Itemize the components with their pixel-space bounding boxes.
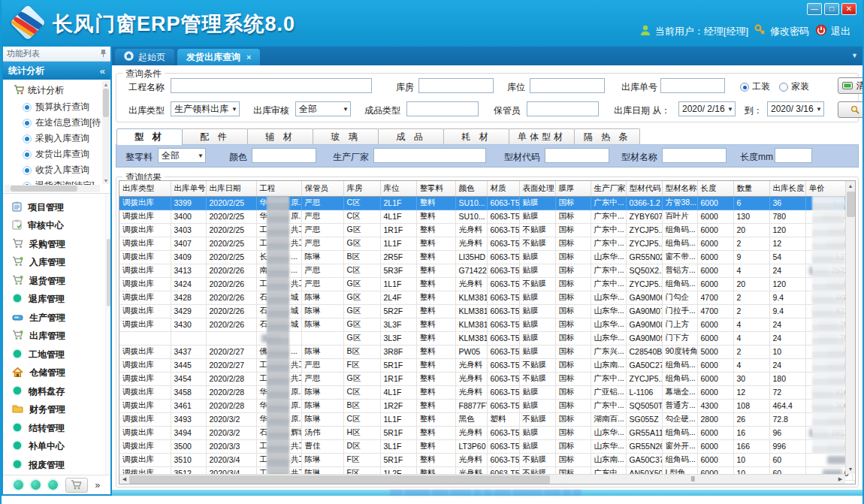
sidebar-item-报废管理[interactable]: 报废管理 — [3, 456, 110, 475]
length-input[interactable] — [775, 148, 812, 163]
sidebar-item-物料盘存[interactable]: 物料盘存 — [3, 382, 110, 401]
sidebar-item-出库管理[interactable]: 出库管理 — [3, 327, 110, 346]
change-password-button[interactable]: 修改密码 — [754, 24, 809, 38]
table-row[interactable]: 调拨出库34242020/2/26工共工程严思G区1L1F整料光身料6063-T… — [119, 277, 856, 291]
sidebar-item-生产管理[interactable]: 生产管理 — [3, 309, 110, 327]
table-row[interactable]: 调拨出库34932020/3/2华原...陈琳C区1L1F整料黑色塑料不贴膜国标… — [119, 412, 856, 426]
material-tab-单体型材[interactable]: 单体型材 — [509, 128, 575, 144]
warehouse-input[interactable] — [418, 78, 494, 93]
column-header[interactable]: 库位 — [380, 181, 416, 196]
grid-horizontal-scrollbar[interactable]: ◀Ⅲ▶ — [119, 474, 845, 484]
table-row[interactable]: 调拨出库34582020/2/28华原...陈琳C区4L1F整料光身料6063-… — [119, 385, 856, 399]
tree-item[interactable]: 在途信息查询[待 — [23, 115, 109, 131]
out-audit-select[interactable]: 全部▼ — [295, 101, 351, 116]
table-row[interactable]: 调拨出库34542020/2/28工共工程严思G区1R1F整料光身料6063-T… — [119, 372, 856, 385]
sidebar-item-补单中心[interactable]: 补单中心 — [3, 438, 110, 457]
clear-conditions-button[interactable]: 清空条件 — [838, 77, 864, 94]
table-row[interactable]: 调拨出库34282020/2/26石城陈琳G区2L4F整料KLM38176063… — [119, 291, 856, 304]
whole-part-select[interactable]: 全部▼ — [158, 148, 206, 163]
sidebar-item-退货管理[interactable]: 退货管理 — [3, 272, 110, 291]
table-row[interactable]: 调拨出库34032020/2/25工共工程严思G区1R1F整料光身料6063-T… — [119, 223, 856, 237]
column-header[interactable]: 保管员 — [301, 181, 343, 196]
out-no-input[interactable] — [660, 78, 725, 93]
column-header[interactable]: 型材代码 — [626, 181, 662, 196]
material-tab-耗材[interactable]: 耗 材 — [443, 128, 509, 144]
module-dot-icon[interactable] — [31, 480, 41, 490]
tab-home[interactable]: 起始页 — [115, 49, 174, 65]
column-header[interactable]: 材质 — [487, 181, 519, 196]
column-header[interactable]: 出库长度 — [769, 181, 805, 196]
collapse-icon[interactable]: « — [100, 65, 105, 77]
table-row[interactable]: 调拨出库34302020/2/26石城陈琳G区3L3F整料KLM38176063… — [119, 318, 856, 331]
column-header[interactable]: 出库日期 — [206, 181, 256, 196]
keeper-input[interactable] — [527, 101, 599, 116]
table-row[interactable]: 调拨出库33992020/2/25华原...严思C区2L1F整料SU10...6… — [119, 196, 856, 210]
table-row[interactable]: 调拨出库35102020/3/4工共工程陈琳F区5R1F整料光身料6063-T5… — [119, 453, 856, 466]
sidebar-item-仓储管理[interactable]: 仓储管理 — [3, 364, 110, 383]
location-input[interactable] — [530, 78, 605, 93]
table-row[interactable]: 调拨出库34072020/2/25工共工程严思G区1L1F整料光身料6063-T… — [119, 237, 856, 250]
sidebar-item-财务管理[interactable]: 财务管理 — [3, 401, 110, 420]
column-header[interactable]: 出库单号 — [171, 181, 206, 196]
material-tab-成品[interactable]: 成 品 — [378, 128, 444, 144]
column-header[interactable]: 表面处理 — [519, 181, 555, 196]
tree-item[interactable]: 收货入库查询 — [23, 162, 109, 178]
material-tab-型材[interactable]: 型 材 — [116, 128, 183, 145]
table-row[interactable]: 调拨出库34002020/2/25华原...严思C区4L1F整料SU10...6… — [119, 210, 856, 223]
column-header[interactable]: 生产厂家 — [591, 181, 626, 196]
sidebar-item-入库管理[interactable]: 入库管理 — [3, 254, 110, 273]
column-header[interactable]: 长度 — [697, 181, 733, 196]
sidebar-item-退库管理[interactable]: 退库管理 — [3, 291, 110, 309]
search-button[interactable]: 查 询 — [838, 101, 864, 118]
sidebar-item-工地管理[interactable]: 工地管理 — [3, 346, 110, 364]
sidebar-section-statistics[interactable]: 统计分析 « — [3, 62, 110, 80]
tree-root-statistics[interactable]: 统计分析 — [6, 83, 109, 99]
tree-item[interactable]: 发货出库查询 — [23, 146, 109, 162]
cart-module-button[interactable] — [65, 478, 88, 493]
table-row[interactable]: 调拨出库34132020/2/26南...严思C区5R3F整料G71422606… — [119, 264, 856, 277]
sidebar-item-项目管理[interactable]: 项目管理 — [3, 198, 110, 217]
material-tab-玻璃[interactable]: 玻 璃 — [313, 128, 379, 144]
maximize-button[interactable]: □ — [824, 3, 839, 15]
material-tab-配件[interactable]: 配 件 — [182, 128, 248, 144]
column-header[interactable]: 型材名称 — [662, 181, 697, 196]
tree-horizontal-scrollbar[interactable] — [5, 185, 100, 192]
color-input[interactable] — [252, 148, 316, 163]
date-to-picker[interactable]: 2020/ 3/16▼ — [767, 101, 824, 116]
module-dot-icon[interactable] — [14, 480, 23, 490]
radio-gongzhuang[interactable]: 工装 — [740, 80, 770, 93]
column-header[interactable]: 库房 — [343, 181, 380, 196]
column-header[interactable]: 出库类型 — [119, 181, 171, 196]
profile-name-input[interactable] — [662, 148, 727, 163]
column-header[interactable]: 数量 — [733, 181, 769, 196]
column-header[interactable]: 工程 — [256, 181, 301, 196]
tab-overflow-icon[interactable]: ▼ — [851, 52, 858, 59]
sidebar-item-结转管理[interactable]: 结转管理 — [3, 419, 110, 438]
maker-input[interactable] — [373, 148, 486, 163]
project-name-input[interactable] — [171, 78, 372, 93]
tree-vertical-scrollbar[interactable]: ▲▼ — [102, 81, 110, 184]
column-header[interactable]: 膜厚 — [555, 181, 591, 196]
tab-shipment-outbound-query[interactable]: 发货出库查询 × — [177, 49, 260, 65]
table-row[interactable]: 调拨出库34452020/2/27工共工程严思F区5R1F整料光身料6063-T… — [119, 358, 856, 372]
sidebar-item-审核中心[interactable]: 审核中心 — [3, 217, 110, 236]
table-row[interactable]: G区3L3F整料KLM38176063-T5贴膜国标山东华...GA90M09.… — [119, 331, 856, 345]
logout-button[interactable]: 退出 — [815, 24, 850, 38]
product-type-input[interactable] — [406, 101, 479, 116]
tree-item[interactable]: 预算执行查询 — [23, 99, 109, 115]
tree-item[interactable]: 采购入库查询 — [23, 131, 109, 146]
table-row[interactable]: 调拨出库34292020/2/26石城陈琳G区5R2F整料KLM38176063… — [119, 304, 856, 318]
minimize-button[interactable]: — — [807, 3, 822, 15]
tab-close-icon[interactable]: × — [246, 53, 251, 62]
grid-vertical-scrollbar[interactable]: ▲▼ — [845, 181, 855, 474]
date-from-picker[interactable]: 2020/ 2/16▼ — [678, 101, 736, 116]
table-row[interactable]: 调拨出库35002020/3/3工共工程曹佳D区3L1F整料LT3P606063… — [119, 439, 856, 453]
table-row[interactable]: 调拨出库34372020/2/27佛...陈琳B区3R8F整料PW056063-… — [119, 345, 856, 358]
table-row[interactable]: 调拨出库34942020/3/2石辉城汤伟H区5R1F整料光身料6063-T5贴… — [119, 426, 856, 439]
column-header[interactable]: 颜色 — [455, 181, 487, 196]
close-button[interactable]: ✕ — [841, 3, 856, 15]
table-row[interactable]: 调拨出库34092020/2/25长...陈琳B区2R5F整料LI35HD606… — [119, 250, 856, 264]
more-modules-button[interactable]: » — [95, 480, 100, 490]
sidebar-scrollbar[interactable] — [105, 194, 110, 475]
sidebar-item-采购管理[interactable]: 采购管理 — [3, 235, 110, 254]
